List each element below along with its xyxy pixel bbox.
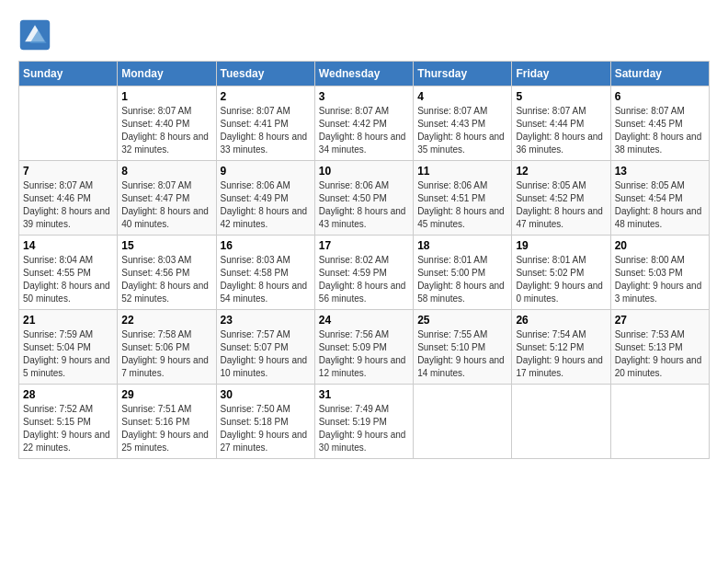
- day-number: 7: [23, 165, 113, 178]
- day-info: Sunrise: 7:50 AM Sunset: 5:18 PM Dayligh…: [221, 403, 311, 454]
- calendar-cell: 7Sunrise: 8:07 AM Sunset: 4:46 PM Daylig…: [19, 161, 118, 236]
- day-info: Sunrise: 8:04 AM Sunset: 4:55 PM Dayligh…: [23, 254, 113, 305]
- page-header: [18, 18, 710, 52]
- day-info: Sunrise: 7:58 AM Sunset: 5:06 PM Dayligh…: [121, 328, 211, 380]
- day-info: Sunrise: 8:01 AM Sunset: 5:02 PM Dayligh…: [516, 254, 606, 305]
- calendar-cell: 22Sunrise: 7:58 AM Sunset: 5:06 PM Dayli…: [118, 310, 216, 385]
- day-number: 9: [221, 165, 311, 178]
- calendar-cell: 19Sunrise: 8:01 AM Sunset: 5:02 PM Dayli…: [512, 236, 610, 310]
- calendar-table: SundayMondayTuesdayWednesdayThursdayFrid…: [18, 61, 710, 459]
- calendar-cell: 12Sunrise: 8:05 AM Sunset: 4:52 PM Dayli…: [512, 161, 610, 236]
- calendar-cell: 21Sunrise: 7:59 AM Sunset: 5:04 PM Dayli…: [19, 310, 118, 385]
- day-number: 8: [121, 165, 211, 178]
- day-number: 30: [221, 388, 311, 401]
- day-number: 24: [319, 314, 409, 327]
- day-number: 29: [121, 388, 211, 401]
- calendar-cell: 24Sunrise: 7:56 AM Sunset: 5:09 PM Dayli…: [314, 310, 413, 385]
- calendar-cell: 25Sunrise: 7:55 AM Sunset: 5:10 PM Dayli…: [414, 310, 512, 385]
- day-number: 11: [417, 165, 507, 178]
- day-info: Sunrise: 7:55 AM Sunset: 5:10 PM Dayligh…: [417, 328, 507, 380]
- day-info: Sunrise: 8:07 AM Sunset: 4:43 PM Dayligh…: [417, 105, 507, 156]
- calendar-cell: 13Sunrise: 8:05 AM Sunset: 4:54 PM Dayli…: [610, 161, 709, 236]
- day-info: Sunrise: 8:05 AM Sunset: 4:54 PM Dayligh…: [615, 179, 705, 231]
- calendar-cell: 23Sunrise: 7:57 AM Sunset: 5:07 PM Dayli…: [216, 310, 314, 385]
- day-header-thursday: Thursday: [414, 62, 512, 86]
- day-number: 22: [121, 314, 211, 327]
- calendar-cell: [19, 86, 118, 161]
- calendar-cell: 20Sunrise: 8:00 AM Sunset: 5:03 PM Dayli…: [610, 236, 709, 310]
- day-info: Sunrise: 8:06 AM Sunset: 4:51 PM Dayligh…: [417, 179, 507, 231]
- day-number: 18: [417, 239, 507, 252]
- day-info: Sunrise: 8:07 AM Sunset: 4:45 PM Dayligh…: [615, 105, 705, 156]
- day-info: Sunrise: 8:02 AM Sunset: 4:59 PM Dayligh…: [319, 254, 409, 305]
- day-number: 12: [516, 165, 606, 178]
- day-info: Sunrise: 8:07 AM Sunset: 4:47 PM Dayligh…: [121, 179, 211, 231]
- day-info: Sunrise: 8:07 AM Sunset: 4:44 PM Dayligh…: [516, 105, 606, 156]
- day-number: 1: [121, 90, 211, 103]
- week-row-2: 7Sunrise: 8:07 AM Sunset: 4:46 PM Daylig…: [19, 161, 710, 236]
- calendar-cell: 8Sunrise: 8:07 AM Sunset: 4:47 PM Daylig…: [118, 161, 216, 236]
- days-header-row: SundayMondayTuesdayWednesdayThursdayFrid…: [19, 62, 710, 86]
- day-number: 2: [221, 90, 311, 103]
- day-number: 25: [417, 314, 507, 327]
- calendar-cell: 14Sunrise: 8:04 AM Sunset: 4:55 PM Dayli…: [19, 236, 118, 310]
- day-number: 13: [615, 165, 705, 178]
- week-row-1: 1Sunrise: 8:07 AM Sunset: 4:40 PM Daylig…: [19, 86, 710, 161]
- calendar-cell: 28Sunrise: 7:52 AM Sunset: 5:15 PM Dayli…: [19, 385, 118, 459]
- calendar-cell: 3Sunrise: 8:07 AM Sunset: 4:42 PM Daylig…: [314, 86, 413, 161]
- day-info: Sunrise: 8:06 AM Sunset: 4:50 PM Dayligh…: [319, 179, 409, 231]
- day-info: Sunrise: 7:56 AM Sunset: 5:09 PM Dayligh…: [319, 328, 409, 380]
- day-number: 21: [23, 314, 113, 327]
- day-info: Sunrise: 8:07 AM Sunset: 4:41 PM Dayligh…: [221, 105, 311, 156]
- calendar-cell: 10Sunrise: 8:06 AM Sunset: 4:50 PM Dayli…: [314, 161, 413, 236]
- calendar-cell: 4Sunrise: 8:07 AM Sunset: 4:43 PM Daylig…: [414, 86, 512, 161]
- day-number: 31: [319, 388, 409, 401]
- day-header-tuesday: Tuesday: [216, 62, 314, 86]
- day-number: 17: [319, 239, 409, 252]
- day-number: 23: [221, 314, 311, 327]
- calendar-cell: 30Sunrise: 7:50 AM Sunset: 5:18 PM Dayli…: [216, 385, 314, 459]
- week-row-3: 14Sunrise: 8:04 AM Sunset: 4:55 PM Dayli…: [19, 236, 710, 310]
- day-number: 15: [121, 239, 211, 252]
- day-number: 26: [516, 314, 606, 327]
- calendar-cell: [610, 385, 709, 459]
- calendar-cell: 16Sunrise: 8:03 AM Sunset: 4:58 PM Dayli…: [216, 236, 314, 310]
- calendar-cell: 15Sunrise: 8:03 AM Sunset: 4:56 PM Dayli…: [118, 236, 216, 310]
- day-info: Sunrise: 7:59 AM Sunset: 5:04 PM Dayligh…: [23, 328, 113, 380]
- day-number: 3: [319, 90, 409, 103]
- calendar-cell: 9Sunrise: 8:06 AM Sunset: 4:49 PM Daylig…: [216, 161, 314, 236]
- calendar-cell: 5Sunrise: 8:07 AM Sunset: 4:44 PM Daylig…: [512, 86, 610, 161]
- day-number: 4: [417, 90, 507, 103]
- day-info: Sunrise: 8:07 AM Sunset: 4:42 PM Dayligh…: [319, 105, 409, 156]
- day-header-saturday: Saturday: [610, 62, 709, 86]
- week-row-4: 21Sunrise: 7:59 AM Sunset: 5:04 PM Dayli…: [19, 310, 710, 385]
- day-info: Sunrise: 8:03 AM Sunset: 4:58 PM Dayligh…: [221, 254, 311, 305]
- calendar-cell: 6Sunrise: 8:07 AM Sunset: 4:45 PM Daylig…: [610, 86, 709, 161]
- day-info: Sunrise: 7:52 AM Sunset: 5:15 PM Dayligh…: [23, 403, 113, 454]
- calendar-cell: [512, 385, 610, 459]
- calendar-cell: 11Sunrise: 8:06 AM Sunset: 4:51 PM Dayli…: [414, 161, 512, 236]
- day-number: 6: [615, 90, 705, 103]
- day-info: Sunrise: 7:53 AM Sunset: 5:13 PM Dayligh…: [615, 328, 705, 380]
- day-number: 14: [23, 239, 113, 252]
- day-number: 19: [516, 239, 606, 252]
- calendar-cell: 2Sunrise: 8:07 AM Sunset: 4:41 PM Daylig…: [216, 86, 314, 161]
- day-info: Sunrise: 7:49 AM Sunset: 5:19 PM Dayligh…: [319, 403, 409, 454]
- day-info: Sunrise: 8:07 AM Sunset: 4:46 PM Dayligh…: [23, 179, 113, 231]
- day-info: Sunrise: 7:57 AM Sunset: 5:07 PM Dayligh…: [221, 328, 311, 380]
- calendar-cell: 18Sunrise: 8:01 AM Sunset: 5:00 PM Dayli…: [414, 236, 512, 310]
- day-info: Sunrise: 8:03 AM Sunset: 4:56 PM Dayligh…: [121, 254, 211, 305]
- day-info: Sunrise: 7:51 AM Sunset: 5:16 PM Dayligh…: [121, 403, 211, 454]
- day-number: 27: [615, 314, 705, 327]
- day-number: 16: [221, 239, 311, 252]
- day-info: Sunrise: 8:01 AM Sunset: 5:00 PM Dayligh…: [417, 254, 507, 305]
- calendar-cell: 27Sunrise: 7:53 AM Sunset: 5:13 PM Dayli…: [610, 310, 709, 385]
- day-header-wednesday: Wednesday: [314, 62, 413, 86]
- calendar-cell: 29Sunrise: 7:51 AM Sunset: 5:16 PM Dayli…: [118, 385, 216, 459]
- calendar-cell: 17Sunrise: 8:02 AM Sunset: 4:59 PM Dayli…: [314, 236, 413, 310]
- logo: [18, 18, 55, 52]
- day-number: 28: [23, 388, 113, 401]
- day-number: 5: [516, 90, 606, 103]
- day-number: 20: [615, 239, 705, 252]
- day-info: Sunrise: 8:00 AM Sunset: 5:03 PM Dayligh…: [615, 254, 705, 305]
